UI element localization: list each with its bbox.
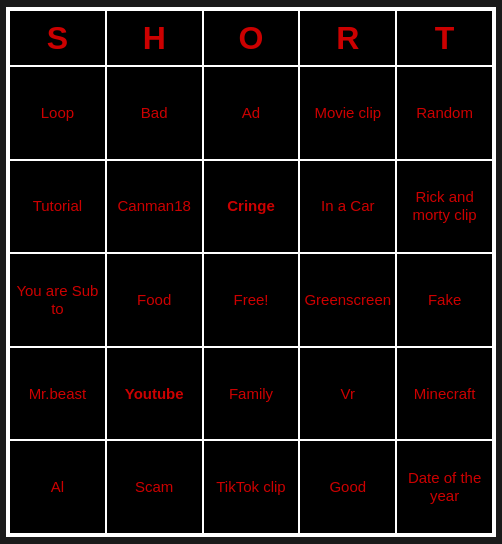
bingo-cell-19: Minecraft	[396, 347, 493, 441]
bingo-cell-10: You are Sub to	[9, 253, 106, 347]
bingo-header: SHORT	[9, 10, 493, 66]
bingo-cell-23: Good	[299, 440, 396, 534]
bingo-cell-0: Loop	[9, 66, 106, 160]
bingo-cell-14: Fake	[396, 253, 493, 347]
bingo-cell-4: Random	[396, 66, 493, 160]
bingo-cell-13: Greenscreen	[299, 253, 396, 347]
header-letter-t: T	[396, 10, 493, 66]
bingo-cell-11: Food	[106, 253, 203, 347]
header-letter-o: O	[203, 10, 300, 66]
bingo-cell-22: TikTok clip	[203, 440, 300, 534]
bingo-card: SHORT LoopBadAdMovie clipRandomTutorialC…	[6, 7, 496, 537]
bingo-cell-7: Cringe	[203, 160, 300, 254]
bingo-cell-17: Family	[203, 347, 300, 441]
bingo-cell-16: Youtube	[106, 347, 203, 441]
bingo-cell-12: Free!	[203, 253, 300, 347]
header-letter-s: S	[9, 10, 106, 66]
bingo-cell-21: Scam	[106, 440, 203, 534]
bingo-cell-9: Rick and morty clip	[396, 160, 493, 254]
bingo-cell-2: Ad	[203, 66, 300, 160]
bingo-cell-1: Bad	[106, 66, 203, 160]
header-letter-r: R	[299, 10, 396, 66]
bingo-cell-8: In a Car	[299, 160, 396, 254]
bingo-cell-6: Canman18	[106, 160, 203, 254]
bingo-cell-15: Mr.beast	[9, 347, 106, 441]
bingo-grid: LoopBadAdMovie clipRandomTutorialCanman1…	[9, 66, 493, 534]
bingo-cell-20: Al	[9, 440, 106, 534]
bingo-cell-3: Movie clip	[299, 66, 396, 160]
bingo-cell-24: Date of the year	[396, 440, 493, 534]
header-letter-h: H	[106, 10, 203, 66]
bingo-cell-5: Tutorial	[9, 160, 106, 254]
bingo-cell-18: Vr	[299, 347, 396, 441]
